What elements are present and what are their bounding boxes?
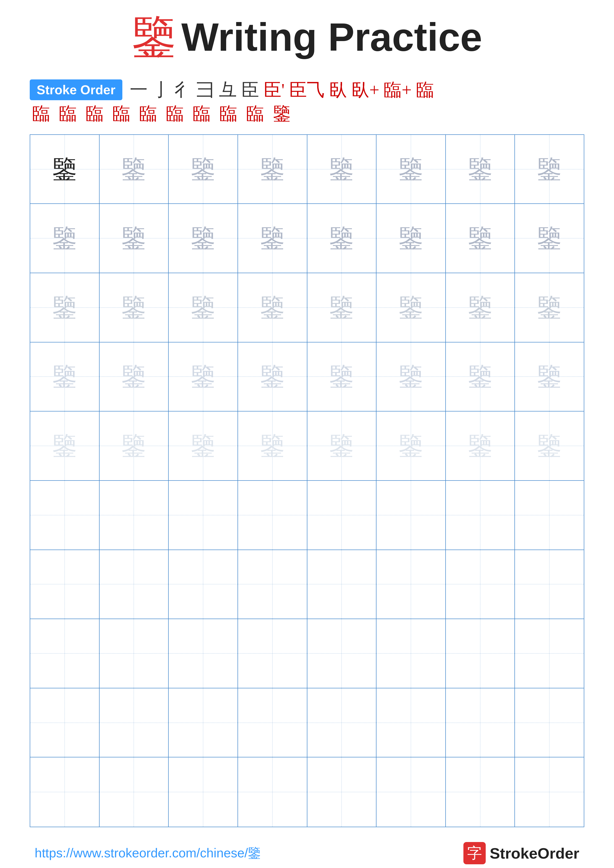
grid-cell-5-7[interactable]: 鑒 — [446, 411, 515, 481]
grid-cell-7-3[interactable] — [169, 550, 238, 619]
grid-cell-7-6[interactable] — [376, 550, 446, 619]
practice-char: 鑒 — [52, 364, 77, 389]
grid-cell-9-2[interactable] — [99, 688, 169, 758]
footer-url: https://www.strokeorder.com/chinese/鑒 — [35, 845, 261, 862]
grid-cell-2-8[interactable]: 鑒 — [515, 204, 584, 273]
grid-cell-6-5[interactable] — [307, 481, 377, 550]
stroke-chars-row1: 一 亅 彳 彐 彑 臣 臣' 臣⺄ 臥 臥+ 臨+ 臨 — [130, 79, 438, 101]
grid-cell-4-3[interactable]: 鑒 — [169, 343, 238, 412]
grid-cell-6-7[interactable] — [446, 481, 515, 550]
practice-char: 鑒 — [52, 226, 77, 251]
grid-cell-8-4[interactable] — [238, 619, 307, 688]
grid-cell-4-8[interactable]: 鑒 — [515, 343, 584, 412]
grid-cell-2-2[interactable]: 鑒 — [99, 204, 169, 273]
practice-char: 鑒 — [468, 364, 493, 389]
grid-cell-10-5[interactable] — [307, 757, 377, 827]
grid-cell-6-2[interactable] — [99, 481, 169, 550]
grid-cell-1-1[interactable]: 鑒 — [30, 135, 99, 204]
grid-cell-10-8[interactable] — [515, 757, 584, 827]
grid-cell-4-1[interactable]: 鑒 — [30, 343, 99, 412]
grid-cell-5-8[interactable]: 鑒 — [515, 411, 584, 481]
grid-cell-3-1[interactable]: 鑒 — [30, 273, 99, 343]
stroke-step-22: 鑒 — [273, 103, 291, 124]
grid-cell-3-6[interactable]: 鑒 — [376, 273, 446, 343]
grid-cell-1-2[interactable]: 鑒 — [99, 135, 169, 204]
practice-char: 鑒 — [52, 434, 77, 458]
grid-cell-5-2[interactable]: 鑒 — [99, 411, 169, 481]
grid-cell-10-6[interactable] — [376, 757, 446, 827]
stroke-step-20: 臨 — [219, 103, 242, 124]
practice-char: 鑒 — [191, 226, 216, 251]
grid-cell-5-1[interactable]: 鑒 — [30, 411, 99, 481]
grid-cell-8-5[interactable] — [307, 619, 377, 688]
grid-cell-8-3[interactable] — [169, 619, 238, 688]
grid-cell-8-2[interactable] — [99, 619, 169, 688]
grid-cell-3-4[interactable]: 鑒 — [238, 273, 307, 343]
grid-cell-8-1[interactable] — [30, 619, 99, 688]
grid-cell-7-2[interactable] — [99, 550, 169, 619]
grid-cell-4-5[interactable]: 鑒 — [307, 343, 377, 412]
grid-cell-4-7[interactable]: 鑒 — [446, 343, 515, 412]
grid-cell-1-6[interactable]: 鑒 — [376, 135, 446, 204]
stroke-step-14: 臨 — [59, 103, 81, 124]
grid-cell-2-1[interactable]: 鑒 — [30, 204, 99, 273]
grid-cell-9-7[interactable] — [446, 688, 515, 758]
grid-cell-9-5[interactable] — [307, 688, 377, 758]
grid-cell-5-6[interactable]: 鑒 — [376, 411, 446, 481]
grid-cell-6-3[interactable] — [169, 481, 238, 550]
grid-cell-10-7[interactable] — [446, 757, 515, 827]
grid-cell-8-6[interactable] — [376, 619, 446, 688]
grid-cell-9-4[interactable] — [238, 688, 307, 758]
grid-cell-3-8[interactable]: 鑒 — [515, 273, 584, 343]
grid-cell-10-2[interactable] — [99, 757, 169, 827]
grid-cell-9-6[interactable] — [376, 688, 446, 758]
grid-cell-4-6[interactable]: 鑒 — [376, 343, 446, 412]
practice-char: 鑒 — [537, 226, 562, 251]
grid-cell-8-7[interactable] — [446, 619, 515, 688]
grid-cell-6-8[interactable] — [515, 481, 584, 550]
grid-cell-2-3[interactable]: 鑒 — [169, 204, 238, 273]
grid-cell-6-1[interactable] — [30, 481, 99, 550]
grid-cell-4-2[interactable]: 鑒 — [99, 343, 169, 412]
grid-cell-9-8[interactable] — [515, 688, 584, 758]
grid-cell-2-6[interactable]: 鑒 — [376, 204, 446, 273]
grid-cell-7-4[interactable] — [238, 550, 307, 619]
stroke-step-9: 臥 — [329, 79, 347, 101]
grid-cell-5-4[interactable]: 鑒 — [238, 411, 307, 481]
practice-char: 鑒 — [468, 434, 493, 458]
grid-row-6 — [30, 481, 584, 550]
grid-cell-2-5[interactable]: 鑒 — [307, 204, 377, 273]
grid-cell-10-1[interactable] — [30, 757, 99, 827]
grid-cell-7-5[interactable] — [307, 550, 377, 619]
grid-cell-5-5[interactable]: 鑒 — [307, 411, 377, 481]
title-area: 鑒 Writing Practice — [132, 15, 482, 59]
grid-cell-2-7[interactable]: 鑒 — [446, 204, 515, 273]
grid-cell-3-3[interactable]: 鑒 — [169, 273, 238, 343]
grid-cell-6-6[interactable] — [376, 481, 446, 550]
grid-cell-1-5[interactable]: 鑒 — [307, 135, 377, 204]
grid-cell-8-8[interactable] — [515, 619, 584, 688]
grid-cell-9-3[interactable] — [169, 688, 238, 758]
practice-char: 鑒 — [260, 157, 285, 181]
grid-cell-7-1[interactable] — [30, 550, 99, 619]
grid-cell-1-7[interactable]: 鑒 — [446, 135, 515, 204]
practice-char: 鑒 — [121, 364, 146, 389]
stroke-order-badge: Stroke Order — [30, 79, 122, 100]
grid-cell-7-7[interactable] — [446, 550, 515, 619]
grid-cell-1-3[interactable]: 鑒 — [169, 135, 238, 204]
grid-row-8 — [30, 619, 584, 688]
grid-cell-2-4[interactable]: 鑒 — [238, 204, 307, 273]
grid-cell-4-4[interactable]: 鑒 — [238, 343, 307, 412]
grid-cell-6-4[interactable] — [238, 481, 307, 550]
grid-cell-3-7[interactable]: 鑒 — [446, 273, 515, 343]
grid-cell-5-3[interactable]: 鑒 — [169, 411, 238, 481]
grid-cell-3-2[interactable]: 鑒 — [99, 273, 169, 343]
grid-cell-3-5[interactable]: 鑒 — [307, 273, 377, 343]
grid-cell-7-8[interactable] — [515, 550, 584, 619]
grid-cell-1-4[interactable]: 鑒 — [238, 135, 307, 204]
grid-cell-10-4[interactable] — [238, 757, 307, 827]
grid-cell-9-1[interactable] — [30, 688, 99, 758]
grid-cell-10-3[interactable] — [169, 757, 238, 827]
grid-cell-1-8[interactable]: 鑒 — [515, 135, 584, 204]
stroke-step-18: 臨 — [166, 103, 188, 124]
